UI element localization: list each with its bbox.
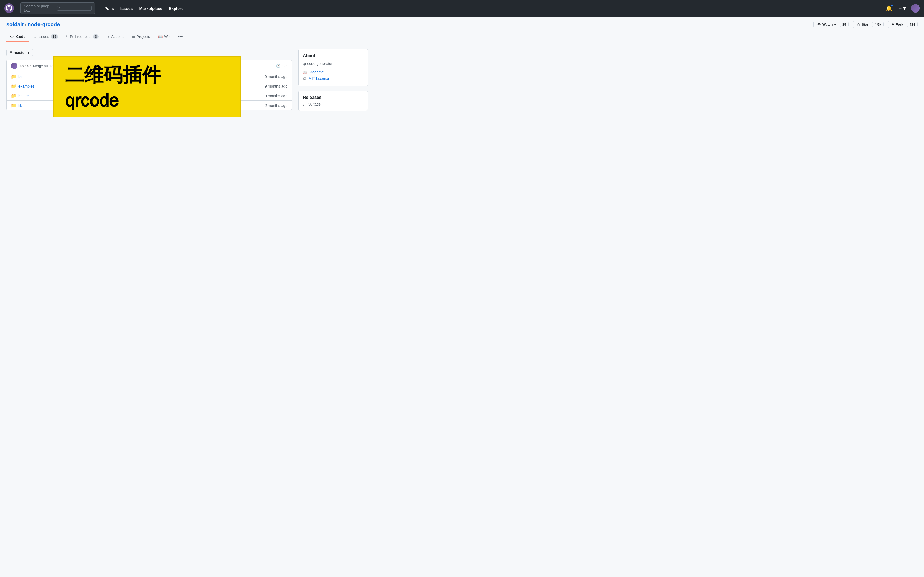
overlay-main-text: 二维码插件 — [65, 64, 229, 86]
pr-icon: ⑂ — [66, 34, 68, 39]
file-name-bin[interactable]: bin — [18, 74, 56, 79]
search-kbd: / — [57, 6, 92, 11]
tab-pull-requests[interactable]: ⑂ Pull requests 3 — [62, 32, 102, 42]
tab-code[interactable]: <> Code — [6, 32, 29, 42]
file-header: ⑂ master ▾ — [6, 49, 292, 56]
star-label: Star — [862, 23, 868, 26]
search-box[interactable]: Search or jump to... / — [20, 2, 95, 14]
about-license: ⚖ MIT License — [303, 75, 363, 82]
file-time-lib: 2 months ago — [265, 103, 288, 108]
commit-author-avatar — [11, 63, 18, 69]
commit-meta: 🕐 323 — [276, 64, 288, 68]
about-readme: 📖 Readme — [303, 69, 363, 75]
commit-author: soldair — [19, 64, 31, 68]
branch-chevron: ▾ — [27, 50, 29, 55]
search-placeholder: Search or jump to... — [24, 4, 55, 13]
nav-pulls[interactable]: Pulls — [102, 5, 116, 12]
main-content: ⑂ master ▾ soldair Merge pull request #2… — [0, 42, 374, 117]
releases-title: Releases — [303, 95, 363, 100]
repo-sidebar: About qr code generator 📖 Readme ⚖ MIT L… — [298, 49, 368, 111]
file-time-bin: 9 months ago — [265, 74, 288, 79]
repo-action-buttons: 👁 Watch ▾ 85 ☆ Star 4.5k ⑂ — [813, 21, 918, 28]
repo-name-link[interactable]: node-qrcode — [27, 21, 60, 27]
book-icon: 📖 — [303, 70, 307, 74]
file-name-lib[interactable]: lib — [18, 103, 56, 108]
history-icon: 🕐 — [276, 64, 281, 68]
scale-icon: ⚖ — [303, 76, 306, 81]
watch-group: 👁 Watch ▾ 85 — [813, 21, 849, 28]
breadcrumb: soldair / node-qrcode — [6, 21, 60, 27]
watch-label: Watch — [822, 23, 833, 26]
projects-icon: ▦ — [132, 34, 135, 39]
tab-wiki[interactable]: 📖 Wiki — [154, 32, 175, 42]
fork-group: ⑂ Fork 434 — [888, 21, 918, 28]
file-time-examples: 9 months ago — [265, 84, 288, 89]
eye-icon: 👁 — [817, 23, 821, 26]
repo-header: soldair / node-qrcode 👁 Watch ▾ 85 ☆ Sta… — [0, 16, 924, 42]
tab-actions-label: Actions — [111, 34, 124, 39]
tab-projects-label: Projects — [137, 34, 150, 39]
notification-dot — [890, 4, 893, 7]
code-icon: <> — [10, 34, 15, 39]
repo-owner-link[interactable]: soldair — [6, 21, 24, 27]
folder-icon: 📁 — [11, 74, 16, 79]
actions-icon: ▷ — [107, 34, 110, 39]
tab-wiki-label: Wiki — [164, 34, 171, 39]
new-menu-button[interactable]: + ▾ — [898, 4, 907, 13]
pr-count: 3 — [93, 34, 99, 39]
branch-icon: ⑂ — [10, 50, 12, 55]
nav-explore[interactable]: Explore — [166, 5, 186, 12]
breadcrumb-separator: / — [25, 21, 27, 27]
file-name-examples[interactable]: examples — [18, 84, 56, 89]
nav-marketplace[interactable]: Marketplace — [137, 5, 165, 12]
tags-count-label: 30 tags — [308, 102, 321, 106]
folder-icon: 📁 — [11, 103, 16, 108]
nav-issues[interactable]: Issues — [118, 5, 136, 12]
history-number: 323 — [281, 64, 288, 68]
watch-button[interactable]: 👁 Watch ▾ — [813, 21, 840, 28]
star-count: 4.5k — [872, 22, 884, 27]
repo-title-row: soldair / node-qrcode 👁 Watch ▾ 85 ☆ Sta… — [6, 21, 918, 28]
nav-right: 🔔 + ▾ — [884, 4, 920, 13]
watch-count: 85 — [840, 22, 848, 27]
about-description: qr code generator — [303, 61, 363, 66]
fork-label: Fork — [896, 23, 903, 26]
issues-count: 26 — [51, 34, 58, 39]
repo-tabs: <> Code ⊙ Issues 26 ⑂ Pull requests 3 ▷ … — [6, 31, 918, 42]
tabs-more-button[interactable]: ••• — [176, 31, 185, 42]
tab-issues[interactable]: ⊙ Issues 26 — [30, 32, 62, 42]
tab-code-label: Code — [16, 34, 26, 39]
top-navigation: Search or jump to... / Pulls Issues Mark… — [0, 0, 924, 16]
license-link[interactable]: MIT License — [309, 76, 329, 81]
tab-pr-label: Pull requests — [70, 34, 91, 39]
history-count: 🕐 323 — [276, 64, 288, 68]
fork-icon: ⑂ — [892, 23, 894, 26]
watch-chevron: ▾ — [834, 23, 836, 26]
overlay-sub-text: qrcode — [65, 89, 229, 113]
tab-projects[interactable]: ▦ Projects — [128, 32, 154, 42]
nav-links: Pulls Issues Marketplace Explore — [102, 5, 186, 12]
releases-section: Releases 🏷 30 tags — [298, 90, 368, 111]
branch-selector[interactable]: ⑂ master ▾ — [6, 49, 33, 56]
fork-button[interactable]: ⑂ Fork — [888, 21, 907, 28]
star-icon: ☆ — [857, 23, 860, 26]
notifications-button[interactable]: 🔔 — [884, 4, 893, 13]
wiki-icon: 📖 — [158, 34, 163, 39]
releases-tags: 🏷 30 tags — [303, 102, 363, 106]
folder-icon: 📁 — [11, 93, 16, 98]
star-group: ☆ Star 4.5k — [853, 21, 884, 28]
readme-link[interactable]: Readme — [310, 70, 324, 74]
file-name-helper[interactable]: helper — [18, 94, 56, 98]
avatar[interactable] — [911, 4, 920, 13]
tag-icon: 🏷 — [303, 102, 307, 106]
fork-count: 434 — [907, 22, 918, 27]
overlay-banner: 二维码插件 qrcode — [53, 56, 241, 117]
tab-issues-label: Issues — [38, 34, 49, 39]
file-time-helper: 9 months ago — [265, 94, 288, 98]
star-button[interactable]: ☆ Star — [853, 21, 872, 28]
tab-actions[interactable]: ▷ Actions — [103, 32, 127, 42]
branch-name: master — [14, 50, 26, 55]
about-title: About — [303, 53, 363, 58]
issue-icon: ⊙ — [34, 34, 37, 39]
github-logo[interactable] — [4, 3, 14, 13]
